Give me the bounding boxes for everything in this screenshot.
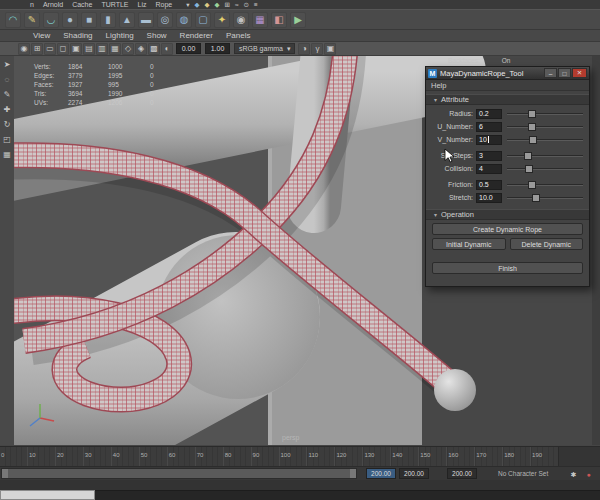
finish-button[interactable]: Finish — [432, 262, 583, 274]
initial-dynamic-button[interactable]: Initial Dynamic — [432, 238, 506, 250]
poly-plane-icon[interactable]: ▬ — [138, 12, 154, 28]
menu-item-liz[interactable]: Liz — [137, 0, 146, 9]
shaded-icon[interactable]: ◈ — [135, 43, 147, 55]
slider-handle-collision[interactable] — [525, 165, 533, 173]
object-select-icon[interactable]: ◆ — [204, 0, 209, 9]
help-menu[interactable]: Help — [431, 81, 446, 90]
select-tool-icon[interactable]: ➤ — [2, 59, 13, 70]
hierarchy-select-icon[interactable]: ◆ — [194, 0, 199, 9]
play-shelf-icon[interactable]: ▶ — [290, 12, 306, 28]
scale-tool-icon[interactable]: ◰ — [2, 134, 13, 145]
panel-menu-lighting[interactable]: Lighting — [106, 31, 134, 40]
attr-field-substeps[interactable]: 3 — [476, 151, 502, 161]
field-chart-icon[interactable]: ▤ — [83, 43, 95, 55]
timeline-tick[interactable]: 190 — [530, 447, 558, 466]
create-dynamic-rope-button[interactable]: Create Dynamic Rope — [432, 223, 583, 235]
snapshot-icon[interactable]: ▣ — [324, 43, 336, 55]
exposure-field[interactable]: 0.00 — [176, 43, 201, 54]
menu-item-turtle[interactable]: TURTLE — [101, 0, 128, 9]
nurbs-sphere-icon[interactable]: ◍ — [176, 12, 192, 28]
lights-icon[interactable]: ◐ — [161, 43, 173, 55]
operation-section-header[interactable]: ▾ Operation — [426, 209, 589, 220]
slider-handle-substeps[interactable] — [524, 152, 532, 160]
move-tool-icon[interactable]: ✚ — [2, 104, 13, 115]
poly-cube-icon[interactable]: ■ — [81, 12, 97, 28]
construction-history-icon[interactable]: ≡ — [254, 0, 258, 9]
timeline-tick[interactable]: 180 — [502, 447, 530, 466]
timeline-tick[interactable]: 110 — [306, 447, 334, 466]
film-gate-icon[interactable]: ▭ — [44, 43, 56, 55]
snap-point-status-icon[interactable]: ⊙ — [243, 0, 248, 9]
panel-menu-panels[interactable]: Panels — [226, 31, 250, 40]
timeline-tick[interactable]: 140 — [390, 447, 418, 466]
gamma-toggle-icon[interactable]: γ — [311, 43, 323, 55]
select-mask-dropdown-icon[interactable]: ▾ — [186, 0, 189, 9]
dialog-titlebar[interactable]: M MayaDynamicRope_Tool – □ ✕ — [426, 67, 589, 80]
camera-select-icon[interactable]: ◉ — [18, 43, 30, 55]
timeline-tick[interactable]: 80 — [223, 447, 251, 466]
sphere-mesh[interactable] — [434, 369, 476, 411]
render-shelf-icon[interactable]: ◧ — [271, 12, 287, 28]
menu-item-rope[interactable]: Rope — [155, 0, 172, 9]
textured-icon[interactable]: ▩ — [148, 43, 160, 55]
safe-action-icon[interactable]: ▥ — [96, 43, 108, 55]
playback-field-3[interactable]: 200.00 — [447, 468, 477, 479]
safe-title-icon[interactable]: ▦ — [109, 43, 121, 55]
timeline-tick[interactable]: 70 — [195, 447, 223, 466]
timeline-tick[interactable]: 10 — [27, 447, 55, 466]
grid-toggle-icon[interactable]: ⊞ — [31, 43, 43, 55]
range-slider[interactable] — [1, 468, 357, 479]
timeline-tick[interactable]: 20 — [55, 447, 83, 466]
playback-field-1[interactable]: 200.00 — [366, 468, 396, 479]
timeline-tick[interactable]: 90 — [251, 447, 279, 466]
menu-item-n[interactable]: n — [30, 0, 34, 9]
snap-curve-status-icon[interactable]: ≈ — [235, 0, 239, 9]
rotate-tool-icon[interactable]: ↻ — [2, 119, 13, 130]
attr-slider-v-number[interactable] — [507, 135, 583, 145]
timeline-tick[interactable]: 100 — [279, 447, 307, 466]
minimize-button[interactable]: – — [544, 68, 557, 78]
current-frame-panel[interactable] — [558, 447, 600, 466]
slider-handle-stretch[interactable] — [532, 194, 540, 202]
gamma-field[interactable]: 1.00 — [205, 43, 230, 54]
timeline-tick[interactable]: 170 — [474, 447, 502, 466]
attr-field-friction[interactable]: 0.5 — [476, 180, 502, 190]
attr-field-stretch[interactable]: 10.0 — [476, 193, 502, 203]
timeline-tick[interactable]: 60 — [167, 447, 195, 466]
attr-field-u-number[interactable]: 6 — [476, 122, 502, 132]
camera-shelf-icon[interactable]: ◉ — [233, 12, 249, 28]
component-select-icon[interactable]: ◆ — [214, 0, 219, 9]
area-light-icon[interactable]: ✦ — [214, 12, 230, 28]
maximize-button[interactable]: □ — [558, 68, 571, 78]
timeline-tick[interactable]: 160 — [446, 447, 474, 466]
lasso-tool-icon[interactable]: ◌ — [2, 74, 13, 85]
timeline-tick[interactable]: 130 — [362, 447, 390, 466]
slider-handle-radius[interactable] — [528, 110, 536, 118]
playback-field-2[interactable]: 200.00 — [399, 468, 429, 479]
attr-field-collision[interactable]: 4 — [476, 164, 502, 174]
auto-keyframe-icon[interactable]: ● — [583, 469, 594, 480]
timeline-tick[interactable]: 30 — [83, 447, 111, 466]
snap-grid-status-icon[interactable]: ⊞ — [224, 0, 229, 9]
wireframe-icon[interactable]: ◇ — [122, 43, 134, 55]
menu-item-cache[interactable]: Cache — [72, 0, 92, 9]
poly-cone-icon[interactable]: ▲ — [119, 12, 135, 28]
slider-handle-v-number[interactable] — [529, 136, 537, 144]
poly-torus-icon[interactable]: ◎ — [157, 12, 173, 28]
poly-sphere-icon[interactable]: ● — [62, 12, 78, 28]
timeline-tick[interactable]: 40 — [111, 447, 139, 466]
curves-shelf-icon[interactable]: ◠ — [5, 12, 21, 28]
slider-handle-u-number[interactable] — [528, 123, 536, 131]
paint-select-tool-icon[interactable]: ✎ — [2, 89, 13, 100]
attr-field-radius[interactable]: 0.2 — [476, 109, 502, 119]
last-tool-icon[interactable]: ▦ — [2, 149, 13, 160]
panel-menu-renderer[interactable]: Renderer — [180, 31, 213, 40]
character-set-menu[interactable]: No Character Set — [498, 470, 548, 477]
attr-slider-radius[interactable] — [507, 109, 583, 119]
nurbs-cube-icon[interactable]: ▢ — [195, 12, 211, 28]
timeline-tick[interactable]: 120 — [334, 447, 362, 466]
view-transform-dropdown[interactable]: sRGB gamma ▾ — [234, 43, 295, 54]
attr-field-v-number[interactable]: 10 — [476, 135, 502, 145]
menu-item-arnold[interactable]: Arnold — [43, 0, 63, 9]
panel-menu-show[interactable]: Show — [147, 31, 167, 40]
